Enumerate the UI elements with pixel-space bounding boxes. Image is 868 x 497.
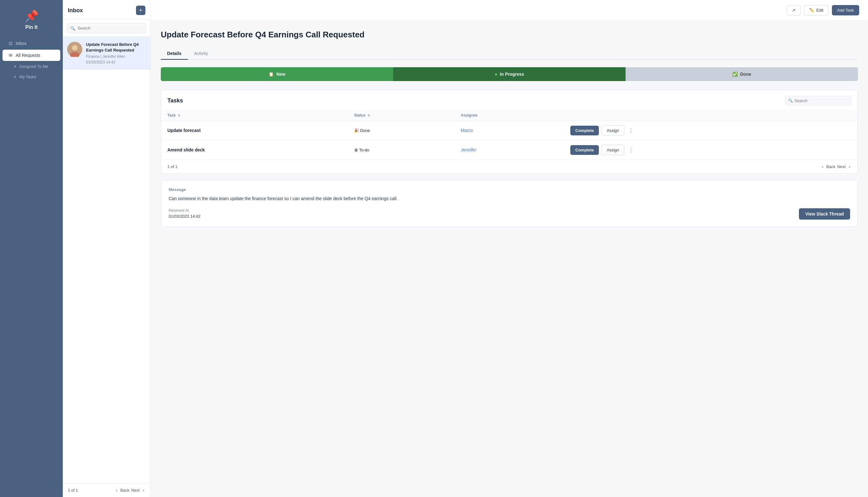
task-status: 🖥 To-do (348, 140, 454, 160)
col-status: Status ⇅ (348, 110, 454, 121)
list-icon: ≡ (14, 74, 16, 79)
col-actions (564, 110, 858, 121)
external-link-button[interactable]: ↗ (787, 5, 801, 15)
received-at-label: Received At (169, 208, 200, 213)
received-at-container: Received At 01/03/2023 14:42 (169, 208, 200, 219)
inbox-title: Inbox (68, 7, 83, 14)
inbox-icon: ⊡ (9, 41, 13, 46)
sidebar-item-label: Inbox (16, 41, 26, 46)
sidebar-item-my-tasks[interactable]: ≡ My Tasks (2, 72, 60, 82)
list-item[interactable]: Update Forecast Before Q4 Earnings Call … (63, 37, 150, 70)
task-status: 🎉 Done (348, 120, 454, 140)
new-icon: 📋 (269, 72, 274, 77)
message-footer: Received At 01/03/2023 14:42 View Slack … (169, 208, 850, 219)
mail-icon: ✉ (9, 53, 13, 58)
status-icon: 🎉 (354, 128, 359, 133)
detail-topbar: ↗ ✏️ Edit Add Task (151, 0, 868, 21)
assignee-link[interactable]: Marco (461, 128, 473, 133)
new-label: New (276, 72, 286, 77)
task-actions: Complete Assign ⋮ (564, 140, 858, 160)
tasks-pagination-count: 1 of 1 (168, 164, 178, 169)
status-step-in-progress[interactable]: ● In Progress (393, 67, 625, 81)
message-text: Can someone in the data team update the … (169, 195, 850, 202)
received-at-value: 01/03/2023 14:42 (169, 214, 200, 219)
app-name: Pin It (25, 25, 38, 30)
task-actions: Complete Assign ⋮ (564, 120, 858, 140)
edit-icon: ✏️ (809, 8, 814, 13)
inbox-header: Inbox + (63, 0, 150, 20)
tasks-section: Tasks 🔍 Task ⇅ Status ⇅ (161, 90, 858, 174)
complete-button[interactable]: Complete (570, 126, 599, 136)
status-text: To-do (359, 148, 370, 152)
pagination-back-label[interactable]: Back (120, 488, 129, 493)
pin-icon: 📌 (25, 10, 39, 23)
sort-icon: ⇅ (367, 114, 370, 117)
search-input[interactable] (67, 23, 146, 33)
task-assignee: Jennifer (454, 140, 564, 160)
tasks-table: Task ⇅ Status ⇅ Assignee Up (161, 110, 858, 160)
sidebar-item-all-requests[interactable]: ✉ All Requests (2, 49, 60, 61)
add-task-button[interactable]: Add Task (832, 5, 859, 15)
detail-title: Update Forecast Before Q4 Earnings Call … (161, 30, 858, 40)
col-task: Task ⇅ (161, 110, 348, 121)
in-progress-icon: ● (495, 72, 497, 77)
pagination-next-button[interactable]: › (142, 487, 145, 493)
assign-button[interactable]: Assign (602, 125, 624, 136)
svg-point-1 (72, 45, 77, 51)
tasks-pagination-nav: ‹ Back Next › (821, 164, 851, 170)
done-label: Done (740, 72, 751, 77)
pagination-prev-button[interactable]: ‹ (115, 487, 118, 493)
tasks-search: 🔍 (785, 96, 851, 105)
list-icon: ≡ (14, 64, 16, 69)
inbox-item-title: Update Forecast Before Q4 Earnings Call … (86, 42, 146, 53)
inbox-panel: Inbox + 🔍 Update Forecast Before Q4 Earn… (63, 0, 151, 497)
status-icon: 🖥 (354, 148, 358, 152)
pagination-nav: ‹ Back Next › (115, 487, 145, 493)
tasks-next-button[interactable]: › (848, 164, 851, 170)
add-task-label: Add Task (837, 8, 854, 13)
status-step-done[interactable]: ✅ Done (625, 67, 858, 81)
tab-details[interactable]: Details (161, 48, 188, 60)
sidebar-item-inbox[interactable]: ⊡ Inbox (2, 38, 60, 49)
detail-tabs: Details Activity (161, 48, 858, 60)
detail-panel: ↗ ✏️ Edit Add Task Update Forecast Befor… (151, 0, 868, 497)
status-bar: 📋 New ● In Progress ✅ Done (161, 67, 858, 81)
inbox-search-container: 🔍 (63, 20, 150, 37)
sidebar-navigation: ⊡ Inbox ✉ All Requests ≡ Assigned To Me … (0, 38, 63, 82)
inbox-pagination: 1 of 1 ‹ Back Next › (63, 483, 150, 497)
col-assignee: Assignee (454, 110, 564, 121)
avatar (67, 42, 82, 57)
sidebar-item-assigned-to-me[interactable]: ≡ Assigned To Me (2, 61, 60, 71)
more-options-button[interactable]: ⋮ (625, 145, 636, 155)
assign-button[interactable]: Assign (602, 145, 624, 155)
status-step-new[interactable]: 📋 New (161, 67, 393, 81)
tasks-title: Tasks (168, 97, 183, 104)
inbox-list: Update Forecast Before Q4 Earnings Call … (63, 37, 150, 483)
edit-button[interactable]: ✏️ Edit (804, 5, 828, 15)
table-row: Update forecast 🎉 Done Marco (161, 120, 858, 140)
inbox-item-meta: Finance | Jennifer Allen (86, 54, 146, 59)
sidebar: 📌 Pin It ⊡ Inbox ✉ All Requests ≡ Assign… (0, 0, 63, 497)
task-assignee: Marco (454, 120, 564, 140)
tab-activity[interactable]: Activity (188, 48, 214, 60)
tasks-back-label[interactable]: Back (826, 164, 835, 169)
in-progress-label: In Progress (500, 72, 524, 77)
message-label: Message (169, 187, 850, 192)
tasks-next-label[interactable]: Next (837, 164, 846, 169)
pagination-next-label[interactable]: Next (131, 488, 140, 493)
tasks-search-icon: 🔍 (788, 98, 793, 103)
inbox-item-content: Update Forecast Before Q4 Earnings Call … (86, 42, 146, 65)
complete-button[interactable]: Complete (570, 145, 599, 155)
tasks-prev-button[interactable]: ‹ (821, 164, 824, 170)
tasks-search-input[interactable] (785, 96, 851, 105)
detail-content: Update Forecast Before Q4 Earnings Call … (151, 21, 868, 497)
tasks-header: Tasks 🔍 (161, 90, 858, 110)
view-slack-thread-button[interactable]: View Slack Thread (799, 208, 850, 219)
more-options-button[interactable]: ⋮ (625, 126, 636, 135)
assignee-link[interactable]: Jennifer (461, 147, 476, 152)
message-card: Message Can someone in the data team upd… (161, 180, 858, 227)
inbox-add-button[interactable]: + (136, 6, 145, 15)
sort-icon: ⇅ (178, 114, 180, 117)
sidebar-logo: 📌 Pin It (0, 6, 63, 38)
task-name: Update forecast (161, 120, 348, 140)
